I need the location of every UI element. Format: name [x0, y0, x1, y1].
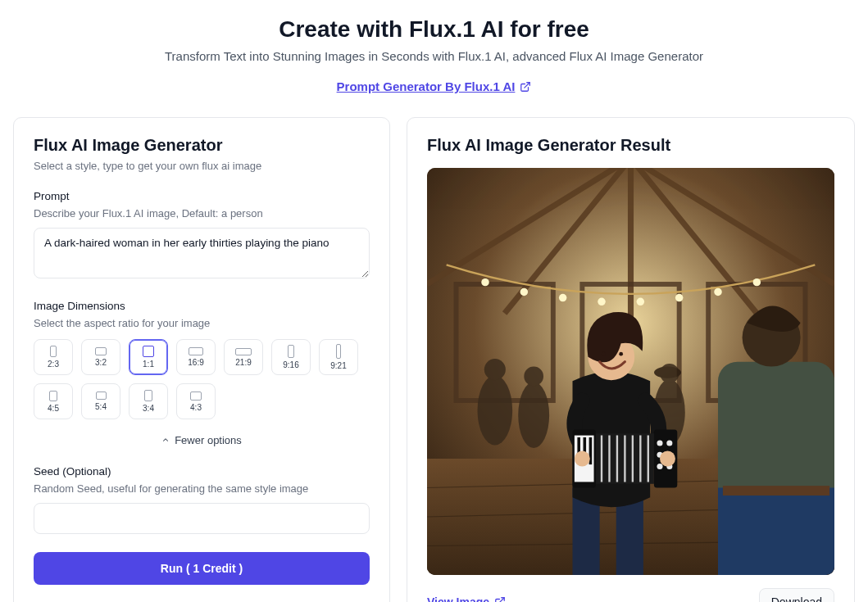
aspect-3-2-tile[interactable]: 3:2 [81, 339, 120, 375]
svg-point-10 [481, 278, 489, 286]
svg-point-35 [602, 352, 606, 356]
external-link-icon [494, 596, 506, 602]
aspect-label: 9:16 [283, 361, 298, 369]
svg-point-11 [520, 288, 528, 296]
svg-point-16 [714, 288, 721, 296]
page-subtitle: Transform Text into Stunning Images in S… [13, 49, 855, 63]
aspect-shape-icon [49, 391, 57, 401]
svg-point-52 [666, 441, 672, 446]
aspect-label: 21:9 [235, 359, 251, 367]
svg-rect-30 [723, 486, 829, 496]
svg-point-57 [575, 451, 590, 467]
aspect-shape-icon [96, 392, 107, 400]
aspect-9-21-tile[interactable]: 9:21 [319, 339, 358, 375]
seed-label: Seed (Optional) [34, 465, 370, 478]
result-image [427, 168, 834, 575]
fewer-options-toggle[interactable]: Fewer options [161, 434, 242, 446]
view-image-label: View Image [427, 595, 489, 602]
generator-title: Flux AI Image Generator [34, 136, 370, 155]
aspect-shape-icon [143, 346, 154, 357]
svg-line-0 [525, 82, 529, 87]
svg-point-12 [559, 294, 566, 301]
aspect-label: 4:3 [190, 404, 202, 412]
aspect-label: 2:3 [48, 360, 59, 369]
aspect-4-3-tile[interactable]: 4:3 [176, 383, 216, 419]
aspect-label: 3:2 [95, 359, 107, 367]
prompt-label: Prompt [34, 190, 370, 202]
aspect-label: 4:5 [48, 405, 59, 413]
seed-input[interactable] [34, 503, 370, 534]
aspect-shape-icon [95, 347, 107, 355]
svg-point-22 [478, 375, 513, 445]
chevron-up-icon [161, 436, 170, 444]
prompt-input[interactable] [34, 228, 370, 278]
page-title: Create with Flux.1 AI for free [13, 16, 855, 43]
view-image-link[interactable]: View Image [427, 595, 506, 602]
svg-point-58 [660, 451, 675, 467]
svg-line-59 [499, 598, 504, 602]
prompt-generator-link-label: Prompt Generator By Flux.1 AI [337, 79, 516, 93]
aspect-5-4-tile[interactable]: 5:4 [81, 383, 120, 419]
aspect-3-4-tile[interactable]: 3:4 [129, 383, 168, 419]
aspect-label: 9:21 [330, 362, 346, 370]
svg-point-13 [598, 298, 605, 306]
aspect-9-16-tile[interactable]: 9:16 [271, 339, 311, 375]
prompt-generator-link[interactable]: Prompt Generator By Flux.1 AI [337, 79, 532, 93]
aspect-shape-icon [189, 347, 203, 355]
dimensions-label: Image Dimensions [34, 300, 370, 312]
aspect-shape-icon [288, 345, 294, 358]
aspect-1-1-tile[interactable]: 1:1 [129, 339, 168, 375]
aspect-shape-icon [50, 346, 57, 357]
svg-point-25 [524, 367, 543, 387]
svg-point-14 [637, 298, 644, 306]
aspect-4-5-tile[interactable]: 4:5 [34, 383, 73, 419]
svg-point-36 [619, 352, 623, 356]
aspect-shape-icon [190, 392, 202, 401]
prompt-sub: Describe your Flux.1 AI image, Default: … [34, 207, 370, 220]
result-panel: Flux AI Image Generator Result [407, 117, 855, 602]
aspect-label: 5:4 [95, 403, 107, 411]
fewer-options-label: Fewer options [175, 434, 242, 446]
generator-desc: Select a style, type to get your own flu… [34, 160, 370, 172]
dimensions-grid: 2:33:21:116:921:99:169:214:55:43:44:3 [34, 339, 370, 419]
svg-point-55 [657, 464, 662, 469]
svg-rect-29 [718, 488, 834, 576]
svg-point-23 [484, 359, 506, 380]
aspect-16-9-tile[interactable]: 16:9 [176, 339, 216, 375]
aspect-label: 16:9 [188, 359, 203, 367]
aspect-2-3-tile[interactable]: 2:3 [34, 339, 73, 375]
aspect-21-9-tile[interactable]: 21:9 [224, 339, 263, 375]
aspect-shape-icon [144, 390, 152, 401]
aspect-shape-icon [235, 348, 252, 355]
svg-point-15 [675, 294, 683, 301]
generator-panel: Flux AI Image Generator Select a style, … [13, 117, 390, 602]
svg-point-24 [518, 382, 549, 448]
aspect-label: 1:1 [143, 360, 154, 369]
aspect-shape-icon [336, 344, 341, 359]
run-button[interactable]: Run ( 1 Credit ) [34, 552, 370, 585]
svg-point-17 [753, 278, 761, 286]
aspect-label: 3:4 [143, 405, 154, 413]
seed-sub: Random Seed, useful for generating the s… [34, 482, 370, 495]
dimensions-sub: Select the aspect ratio for your image [34, 317, 370, 329]
external-link-icon [520, 81, 531, 93]
download-button[interactable]: Download [759, 588, 834, 602]
svg-point-51 [657, 441, 662, 446]
result-title: Flux AI Image Generator Result [427, 136, 834, 155]
